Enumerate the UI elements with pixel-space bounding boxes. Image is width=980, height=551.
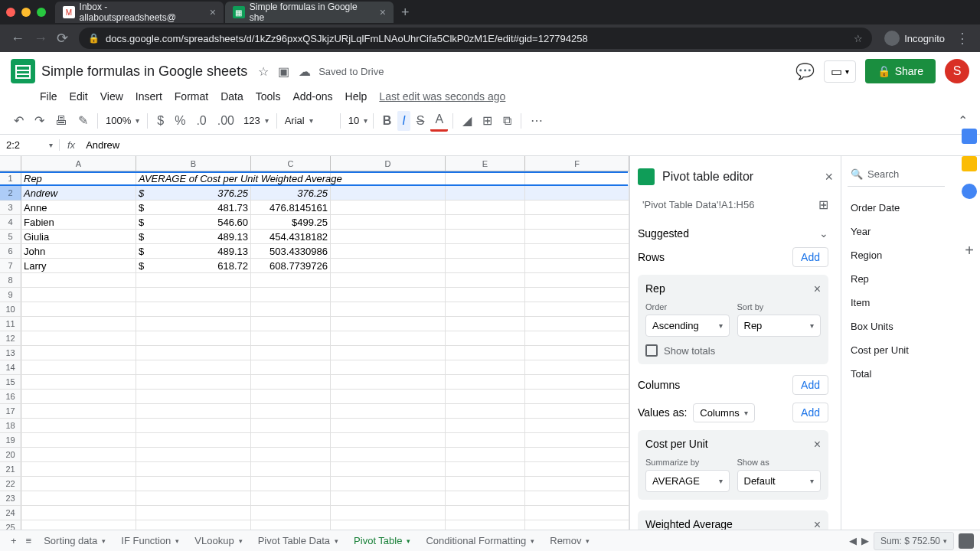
formula-input[interactable]: Andrew: [83, 139, 980, 151]
cell[interactable]: $499.25: [251, 215, 331, 229]
font-select[interactable]: Arial: [282, 113, 335, 128]
col-header-b[interactable]: B: [136, 156, 251, 171]
cell[interactable]: [446, 419, 525, 432]
row-header[interactable]: 21: [0, 462, 21, 476]
row-header[interactable]: 2: [0, 186, 21, 200]
close-tab-icon[interactable]: ×: [210, 6, 216, 18]
cell[interactable]: [446, 346, 525, 360]
cell[interactable]: John: [21, 244, 136, 258]
suggested-section[interactable]: Suggested ⌄: [638, 227, 828, 240]
cell[interactable]: [446, 317, 525, 331]
row-header[interactable]: 13: [0, 346, 21, 360]
print-button[interactable]: 🖶: [51, 111, 72, 131]
cell[interactable]: [446, 462, 525, 476]
browser-tab-sheets[interactable]: ▦ Simple formulas in Google she ×: [225, 2, 394, 23]
cell[interactable]: [136, 331, 251, 345]
cell[interactable]: [331, 171, 446, 185]
strikethrough-button[interactable]: S: [412, 111, 430, 131]
sheet-tab[interactable]: VLookup: [187, 532, 250, 549]
cell[interactable]: [331, 273, 446, 287]
cell[interactable]: $489.13: [136, 244, 251, 258]
keep-icon[interactable]: [962, 156, 977, 171]
sheet-tab[interactable]: Conditional Formatting: [418, 532, 542, 549]
fill-color-button[interactable]: ◢: [458, 110, 476, 131]
add-sheet-button[interactable]: +: [6, 532, 21, 549]
cell[interactable]: [251, 390, 331, 403]
cell[interactable]: [331, 360, 446, 374]
incognito-badge[interactable]: Incognito: [884, 31, 945, 46]
cell[interactable]: [525, 360, 629, 374]
name-box[interactable]: 2:2▾: [0, 139, 60, 151]
paint-format-button[interactable]: ✎: [74, 110, 93, 131]
row-header[interactable]: 1: [0, 171, 21, 185]
cell[interactable]: [446, 230, 525, 243]
cell[interactable]: [21, 288, 136, 302]
cell[interactable]: [446, 302, 525, 316]
back-button[interactable]: ←: [6, 31, 29, 47]
redo-button[interactable]: ↷: [30, 110, 49, 131]
cell[interactable]: 476.8145161: [251, 201, 331, 214]
spreadsheet-grid[interactable]: A B C D E F 1RepAVERAGE of Cost per Unit…: [0, 156, 629, 546]
field-item[interactable]: Region: [848, 243, 945, 267]
cell[interactable]: [331, 477, 446, 491]
cell[interactable]: [21, 375, 136, 389]
url-input[interactable]: 🔒 docs.google.com/spreadsheets/d/1kZz96p…: [79, 28, 872, 49]
pivot-range-input[interactable]: 'Pivot Table Data'!A1:H56: [638, 194, 818, 215]
cell[interactable]: Rep: [21, 171, 136, 185]
cell[interactable]: [136, 433, 251, 447]
cell[interactable]: [21, 317, 136, 331]
cell[interactable]: [525, 273, 629, 287]
cell[interactable]: [446, 244, 525, 258]
all-sheets-button[interactable]: ≡: [21, 532, 37, 549]
field-item[interactable]: Box Units: [848, 315, 945, 338]
cell[interactable]: [525, 201, 629, 214]
menu-addons[interactable]: Add-ons: [288, 89, 337, 104]
close-window-icon[interactable]: [6, 8, 15, 17]
cell[interactable]: AVERAGE of Cost per Unit Weighted Averag…: [136, 171, 331, 185]
cell[interactable]: [525, 244, 629, 258]
cell[interactable]: [21, 419, 136, 432]
cell[interactable]: 376.25: [251, 186, 331, 200]
cell[interactable]: [136, 506, 251, 520]
cell[interactable]: [446, 171, 525, 185]
cell[interactable]: [251, 448, 331, 461]
remove-card-icon[interactable]: ×: [814, 282, 821, 296]
row-header[interactable]: 14: [0, 360, 21, 374]
cell[interactable]: [136, 273, 251, 287]
cell[interactable]: Andrew: [21, 186, 136, 200]
meet-button[interactable]: ▭ ▾: [824, 60, 856, 83]
cell[interactable]: [251, 273, 331, 287]
cell[interactable]: [136, 390, 251, 403]
cell[interactable]: [331, 506, 446, 520]
tab-scroll-right-icon[interactable]: ▶: [861, 535, 869, 546]
remove-card-icon[interactable]: ×: [814, 438, 821, 452]
cell[interactable]: Fabien: [21, 215, 136, 229]
row-header[interactable]: 5: [0, 230, 21, 243]
row-header[interactable]: 23: [0, 491, 21, 505]
cell[interactable]: [21, 302, 136, 316]
sort-by-select[interactable]: Rep: [737, 315, 822, 337]
cell[interactable]: [446, 404, 525, 418]
add-value-button[interactable]: Add: [792, 403, 828, 422]
cell[interactable]: [136, 346, 251, 360]
cell[interactable]: [525, 375, 629, 389]
cell[interactable]: [331, 346, 446, 360]
explore-button[interactable]: [959, 533, 974, 549]
calendar-icon[interactable]: [962, 129, 977, 144]
row-header[interactable]: 7: [0, 259, 21, 272]
cell[interactable]: [21, 390, 136, 403]
avatar[interactable]: S: [945, 59, 969, 83]
increase-decimal-button[interactable]: .00: [213, 111, 239, 131]
cell[interactable]: [525, 433, 629, 447]
row-header[interactable]: 24: [0, 506, 21, 520]
cell[interactable]: [446, 506, 525, 520]
cell[interactable]: [21, 273, 136, 287]
order-select[interactable]: Ascending: [645, 315, 730, 337]
zoom-select[interactable]: 100%: [103, 113, 142, 128]
row-header[interactable]: 11: [0, 317, 21, 331]
cell[interactable]: [446, 375, 525, 389]
cell[interactable]: [21, 433, 136, 447]
new-tab-button[interactable]: +: [401, 5, 410, 21]
add-row-button[interactable]: Add: [792, 247, 828, 267]
cell[interactable]: [331, 462, 446, 476]
